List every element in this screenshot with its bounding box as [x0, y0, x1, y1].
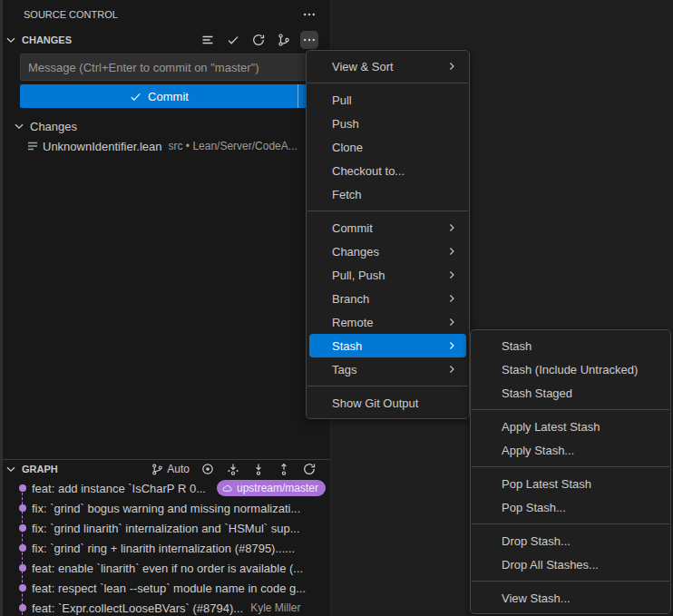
- changes-tree: Changes UnknownIdentifier.lean src • Lea…: [0, 116, 330, 156]
- menu-item-apply-stash[interactable]: Apply Stash...: [473, 438, 668, 462]
- menu-item-label: Show Git Output: [332, 396, 418, 410]
- chevron-down-icon[interactable]: [4, 33, 18, 47]
- menu-item-label: Tags: [332, 363, 356, 376]
- toggle-view-mode-icon[interactable]: [199, 31, 217, 49]
- changes-section-label: CHANGES: [22, 34, 199, 45]
- menu-item-pull[interactable]: Pull: [309, 88, 466, 112]
- commit-button-main[interactable]: Commit: [20, 84, 297, 108]
- commit-message-input[interactable]: [20, 54, 319, 81]
- menu-item-label: Fetch: [332, 188, 362, 201]
- menu-item-label: Drop All Stashes...: [502, 558, 599, 572]
- menu-separator: [472, 581, 669, 582]
- commit-button-label: Commit: [148, 90, 189, 103]
- menu-item-fetch[interactable]: Fetch: [309, 182, 466, 206]
- menu-item-branch[interactable]: Branch: [309, 287, 466, 310]
- menu-item-show-git-output[interactable]: Show Git Output: [309, 391, 466, 415]
- chevron-right-icon: [445, 316, 458, 328]
- changes-group-row[interactable]: Changes: [0, 116, 330, 136]
- menu-item-remote[interactable]: Remote: [309, 310, 466, 334]
- commit-message: fix: `grind` ring + linarith internaliza…: [32, 542, 295, 555]
- pull-icon[interactable]: [249, 460, 268, 478]
- menu-item-commit[interactable]: Commit: [309, 216, 466, 240]
- cloud-icon: [221, 483, 233, 494]
- refresh-icon[interactable]: [249, 31, 268, 49]
- commit-row[interactable]: feat: add instance `IsCharP R 0...upstre…: [0, 478, 330, 498]
- menu-item-pop-stash[interactable]: Pop Stash...: [473, 495, 668, 519]
- menu-item-pop-latest-stash[interactable]: Pop Latest Stash: [473, 472, 668, 495]
- target-icon[interactable]: [199, 460, 217, 478]
- menu-item-label: Checkout to...: [332, 164, 405, 178]
- commit-check-icon[interactable]: [224, 31, 242, 49]
- menu-item-stash-include-untracked[interactable]: Stash (Include Untracked): [473, 357, 668, 381]
- commit-author: Kyle Miller: [250, 601, 300, 614]
- commit-message: feat: enable `linarith` even if no order…: [32, 562, 303, 575]
- push-icon[interactable]: [275, 460, 293, 478]
- menu-item-label: Stash Staged: [502, 386, 572, 400]
- menu-item-label: View & Sort: [332, 60, 394, 73]
- menu-item-drop-stash[interactable]: Drop Stash...: [473, 529, 668, 552]
- commit-dot-icon: [19, 544, 26, 552]
- menu-item-drop-all-stashes[interactable]: Drop All Stashes...: [473, 552, 668, 576]
- chevron-right-icon: [445, 339, 458, 352]
- changed-file-row[interactable]: UnknownIdentifier.lean src • Lean/Server…: [0, 136, 330, 156]
- menu-item-checkout-to[interactable]: Checkout to...: [309, 159, 466, 182]
- commit-dot-icon: [19, 584, 26, 592]
- menu-item-changes[interactable]: Changes: [309, 240, 466, 263]
- commit-row[interactable]: fix: `grind` bogus warning and missing n…: [0, 498, 330, 518]
- refresh-icon[interactable]: [300, 460, 318, 478]
- commit-row[interactable]: fix: `grind linarith` internalization an…: [0, 518, 330, 538]
- views-and-more-actions-icon[interactable]: [300, 5, 318, 24]
- graph-icon[interactable]: [275, 31, 293, 49]
- commit-message: feat: respect `lean --setup` module name…: [32, 582, 306, 595]
- commit-row[interactable]: feat: `Expr.collectLooseBVars` (#8794)..…: [0, 598, 330, 616]
- fetch-icon[interactable]: [224, 460, 242, 478]
- chevron-right-icon: [445, 363, 458, 376]
- menu-item-apply-latest-stash[interactable]: Apply Latest Stash: [473, 415, 668, 438]
- git-branch-icon: [151, 463, 164, 476]
- more-actions-icon[interactable]: [300, 31, 318, 49]
- commit-row[interactable]: fix: `grind` ring + linarith internaliza…: [0, 538, 330, 558]
- menu-item-pull-push[interactable]: Pull, Push: [309, 263, 466, 287]
- menu-item-clone[interactable]: Clone: [309, 135, 466, 159]
- menu-item-label: View Stash...: [502, 592, 571, 605]
- commit-dot-icon: [19, 524, 26, 532]
- menu-item-view-stash[interactable]: View Stash...: [473, 586, 668, 610]
- commit-row[interactable]: feat: respect `lean --setup` module name…: [0, 578, 330, 598]
- menu-item-label: Apply Stash...: [502, 444, 574, 457]
- repo-branch-picker[interactable]: Auto: [149, 460, 191, 478]
- chevron-down-icon[interactable]: [4, 462, 18, 476]
- graph-section-header[interactable]: GRAPH Auto: [0, 459, 330, 478]
- menu-item-label: Commit: [332, 221, 373, 235]
- menu-separator: [307, 386, 468, 386]
- commit-row[interactable]: feat: enable `linarith` even if no order…: [0, 558, 330, 578]
- chevron-right-icon: [445, 269, 458, 281]
- graph-toolbar: Auto: [149, 460, 318, 478]
- menu-item-view-sort[interactable]: View & Sort: [309, 54, 466, 78]
- menu-separator: [307, 83, 468, 83]
- menu-item-tags[interactable]: Tags: [309, 357, 466, 381]
- menu-item-label: Changes: [332, 245, 379, 259]
- menu-item-label: Stash: [332, 339, 362, 353]
- menu-item-label: Pop Latest Stash: [502, 477, 591, 491]
- changes-section-header[interactable]: CHANGES: [0, 29, 330, 51]
- menu-item-stash-staged[interactable]: Stash Staged: [473, 381, 668, 405]
- menu-item-label: Branch: [332, 292, 369, 306]
- menu-item-label: Pull, Push: [332, 269, 385, 282]
- menu-item-label: Clone: [332, 141, 363, 154]
- commit-button[interactable]: Commit: [20, 84, 319, 108]
- commit-message: fix: `grind` bogus warning and missing n…: [32, 502, 300, 515]
- file-name: UnknownIdentifier.lean: [43, 140, 162, 153]
- remote-ref-badge: upstream/master: [217, 480, 326, 496]
- chevron-right-icon: [445, 60, 458, 73]
- remote-ref-label: upstream/master: [237, 482, 318, 494]
- menu-item-push[interactable]: Push: [309, 112, 466, 135]
- chevron-down-icon[interactable]: [12, 119, 26, 133]
- source-control-sidebar: SOURCE CONTROL CHANGES: [0, 0, 331, 616]
- stash-submenu: StashStash (Include Untracked)Stash Stag…: [470, 329, 671, 614]
- menu-item-stash[interactable]: Stash: [473, 334, 668, 357]
- sidebar-title-bar: SOURCE CONTROL: [0, 0, 330, 29]
- chevron-right-icon: [445, 292, 458, 305]
- menu-item-label: Drop Stash...: [502, 534, 571, 548]
- menu-item-stash[interactable]: Stash: [309, 334, 466, 357]
- pane-title: SOURCE CONTROL: [24, 9, 300, 20]
